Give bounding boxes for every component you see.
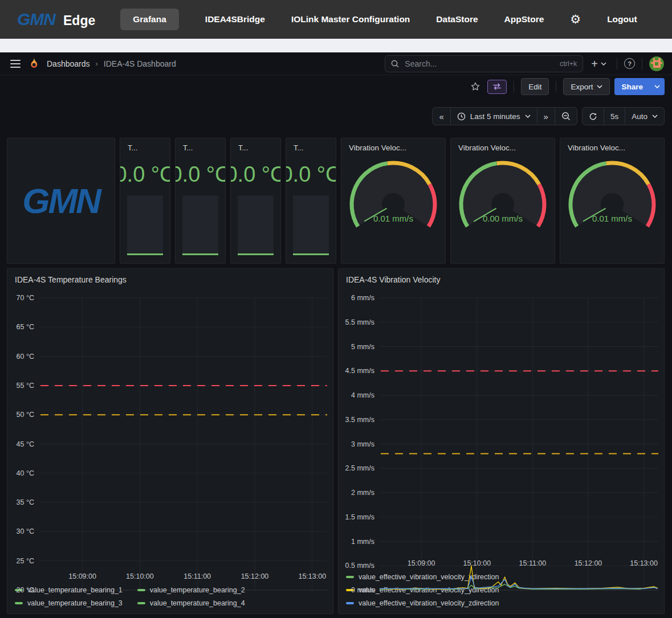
x-tick-label: 15:11:00 (184, 572, 211, 580)
help-icon[interactable]: ? (624, 58, 635, 69)
y-tick-label: 45 °C (17, 440, 34, 448)
nav-item-idea4sbridge[interactable]: IDEA4SBridge (205, 14, 265, 24)
export-label: Export (571, 83, 593, 91)
star-icon[interactable] (468, 80, 483, 93)
zoom-out-icon (561, 112, 571, 121)
legend-item[interactable]: value_effective_vibration_velocity_zdire… (346, 599, 499, 607)
y-tick-label: 5.5 mm/s (345, 318, 374, 326)
toolbar-divider (514, 81, 514, 92)
chevron-down-icon (601, 62, 606, 66)
y-tick-label: 0 mm/s (351, 586, 374, 594)
x-tick-label: 15:12:00 (241, 572, 269, 580)
gauge-title: Vibration Veloc... (341, 144, 445, 152)
temperature-stat-panel-2: T... 0.0 °C (175, 138, 226, 264)
y-tick-label: 25 °C (17, 557, 34, 565)
nav-item-datastore[interactable]: DataStore (436, 14, 478, 24)
shared-dashboard-icon[interactable] (487, 80, 507, 94)
auto-label: Auto (632, 112, 647, 121)
y-axis: 70 °C65 °C60 °C55 °C50 °C45 °C40 °C35 °C… (13, 290, 39, 570)
y-tick-label: 6 mm/s (351, 294, 374, 302)
stat-value: 0.0 °C (120, 163, 170, 186)
brand-product: Edge (63, 13, 95, 28)
refresh-interval-label[interactable]: 5s (604, 108, 625, 125)
gauge: 0.01 mm/s (343, 159, 443, 244)
search-box[interactable]: ctrl+k (385, 55, 583, 72)
y-tick-label: 60 °C (17, 353, 34, 361)
y-tick-label: 2 mm/s (351, 489, 374, 497)
gauge-value: 0.01 mm/s (562, 214, 662, 223)
y-tick-label: 5 mm/s (351, 343, 374, 351)
page-divider-strip (0, 39, 672, 52)
chart-title: IDEA-4S Vibration Velocity (344, 273, 658, 290)
chevron-down-icon (652, 114, 658, 118)
grafana-header: Dashboards › IDEA-4S Dashboard ctrl+k + … (0, 52, 672, 75)
chevron-down-icon (597, 85, 602, 88)
x-tick-label: 15:13:00 (298, 572, 326, 580)
hamburger-menu-icon[interactable] (8, 59, 23, 69)
x-tick-label: 15:10:00 (463, 559, 491, 567)
avatar[interactable] (649, 56, 664, 71)
time-range-group: « Last 5 minutes » (432, 107, 577, 125)
refresh-group: 5s Auto (582, 107, 665, 125)
temperature-stat-panel-1: T... 0.0 °C (120, 138, 170, 264)
x-tick-label: 15:09:00 (408, 559, 435, 567)
time-range-picker[interactable]: Last 5 minutes (450, 108, 537, 125)
y-axis: 6 mm/s5.5 mm/s5 mm/s4.5 mm/s4 mm/s3.5 mm… (344, 290, 380, 556)
refresh-icon (589, 112, 597, 121)
nav-item-iolink-master-configuration[interactable]: IOLink Master Configuration (291, 14, 410, 24)
nav-item-grafana[interactable]: Grafana (120, 9, 179, 30)
x-axis: 15:09:0015:10:0015:11:0015:12:0015:13:00 (39, 570, 327, 582)
y-tick-label: 3 mm/s (351, 440, 374, 448)
y-tick-label: 0.5 mm/s (345, 562, 374, 570)
y-tick-label: 35 °C (17, 498, 34, 506)
refresh-button[interactable] (583, 108, 604, 125)
nav-item-logout[interactable]: Logout (607, 14, 637, 24)
breadcrumb-separator: › (96, 59, 98, 68)
time-shift-forward-button[interactable]: » (537, 108, 555, 125)
brand: GMN Edge (17, 10, 95, 29)
legend-item[interactable]: value_temperature_bearing_3 (15, 599, 123, 607)
temperature-chart-panel: IDEA-4S Temperature Bearings 70 °C65 °C6… (7, 268, 333, 614)
plus-icon: + (591, 58, 598, 69)
share-menu-button[interactable] (650, 78, 665, 95)
gmn-logo-large: GMN (22, 181, 100, 221)
y-tick-label: 4 mm/s (351, 391, 374, 399)
zoom-out-button[interactable] (555, 108, 577, 125)
gmn-logo: GMN (17, 10, 55, 29)
dashboard-toolbar: Edit Export Share (0, 75, 672, 98)
time-range-label: Last 5 minutes (470, 112, 520, 121)
vibration-gauge-panel-2: Vibration Veloc... 0.00 mm/s (450, 138, 555, 264)
search-shortcut: ctrl+k (560, 60, 577, 68)
export-button[interactable]: Export (563, 78, 610, 95)
grafana-logo-icon[interactable] (27, 58, 40, 70)
time-controls: « Last 5 minutes » 5s Auto (0, 107, 672, 125)
gear-icon[interactable]: ⚙ (570, 13, 581, 26)
search-input[interactable] (404, 59, 555, 69)
stat-title: T... (286, 144, 336, 152)
auto-refresh-dropdown[interactable]: Auto (625, 108, 664, 125)
chart-body: 6 mm/s5.5 mm/s5 mm/s4.5 mm/s4 mm/s3.5 mm… (344, 290, 658, 556)
nav-item-appstore[interactable]: AppStore (504, 14, 544, 24)
app-nav-menu: Grafana IDEA4SBridge IOLink Master Confi… (120, 9, 655, 30)
y-tick-label: 30 °C (17, 527, 34, 535)
breadcrumb-dashboards[interactable]: Dashboards (47, 59, 90, 68)
breadcrumb-current: IDEA-4S Dashboard (104, 59, 176, 68)
stat-value: 0.0 °C (231, 163, 280, 186)
y-tick-label: 55 °C (17, 382, 34, 390)
legend-marker-icon (346, 576, 354, 578)
x-tick-label: 15:12:00 (575, 559, 602, 567)
edit-button[interactable]: Edit (521, 78, 549, 95)
y-tick-label: 1 mm/s (351, 538, 374, 546)
x-tick-label: 15:09:00 (68, 572, 96, 580)
plot-area[interactable] (380, 290, 658, 556)
time-shift-back-button[interactable]: « (433, 108, 450, 125)
plot-area[interactable] (39, 290, 327, 570)
new-button[interactable]: + (588, 58, 610, 69)
x-tick-label: 15:11:00 (519, 559, 547, 567)
chart-body: 70 °C65 °C60 °C55 °C50 °C45 °C40 °C35 °C… (13, 290, 327, 570)
legend-item[interactable]: value_temperature_bearing_4 (137, 599, 245, 607)
y-tick-label: 70 °C (17, 294, 34, 302)
stat-bar-gauge (293, 195, 329, 255)
share-button[interactable]: Share (614, 78, 650, 95)
y-tick-label: 2.5 mm/s (345, 464, 374, 472)
